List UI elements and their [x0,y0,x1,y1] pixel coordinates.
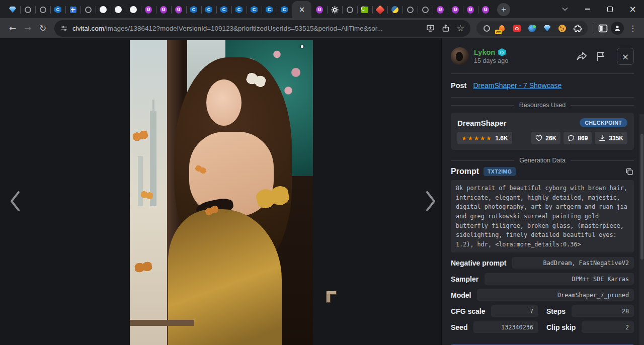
forward-button[interactable]: → [20,21,35,36]
user-avatar[interactable] [451,47,469,65]
address-bar[interactable]: civitai.com/images/1386412?modelVersionI… [54,20,470,37]
side-panel-icon[interactable] [598,24,608,33]
tab-globe[interactable] [35,1,50,18]
tab-globe[interactable] [418,1,433,18]
share-icon[interactable] [576,51,588,62]
prompt-text[interactable]: 8k portrait of beautiful cyborg with bro… [451,180,634,252]
tab-civitai[interactable] [231,1,247,18]
tab-python[interactable] [387,1,403,18]
tab-civitai[interactable] [50,1,65,18]
tab-udemy[interactable] [312,1,327,18]
likes-pill[interactable]: 26K [531,132,560,144]
tab-udemy[interactable] [141,1,156,18]
tab-nvidia[interactable] [357,1,372,18]
tab-search-chevron-icon[interactable] [553,0,576,18]
resource-card[interactable]: DreamShaper CHECKPOINT ★★★★★ 1.6K 26K [451,113,634,150]
tab-github[interactable] [126,1,141,18]
tab-settings[interactable] [327,1,342,18]
tab-globe[interactable] [80,1,96,18]
rating-pill[interactable]: ★★★★★ 1.6K [457,132,512,144]
url-text[interactable]: civitai.com/images/1386412?modelVersionI… [72,25,419,32]
image-options-menu-icon[interactable] [298,45,306,60]
tab-globe[interactable] [20,1,35,18]
cookie-extension-icon[interactable] [558,24,567,33]
browser-window: × + × ← → ↻ [0,0,644,345]
bookmark-star-icon[interactable]: ☆ [457,24,464,33]
minimize-button[interactable] [576,0,599,18]
nvidia-icon [361,6,369,14]
tab-udemy[interactable] [463,1,478,18]
tab-active-civitai-image[interactable]: × [292,1,311,18]
next-image-button[interactable] [420,189,442,213]
negative-prompt-value[interactable]: BadDream, FastNegativeV2 [512,257,634,269]
tab-udemy[interactable] [156,1,171,18]
tab-udemy[interactable] [433,1,448,18]
username-link[interactable]: Lykon [474,48,495,56]
resource-name[interactable]: DreamShaper [457,119,507,127]
onetab-extension-icon[interactable] [513,24,521,33]
comments-pill[interactable]: 869 [564,132,592,144]
tab-close-icon[interactable]: × [299,6,305,14]
browser-menu-icon[interactable]: ⋮ [627,24,639,33]
back-button[interactable]: ← [5,21,20,36]
sampler-value[interactable]: DPM++ SDE Karras [485,273,634,285]
tab-github[interactable] [111,1,126,18]
tab-gem[interactable] [5,1,20,18]
install-app-icon[interactable] [426,24,435,32]
new-tab-button[interactable]: + [497,3,510,16]
artwork-image[interactable] [130,40,313,345]
panel-scrollbar-thumb[interactable] [640,134,643,260]
tab-civitai[interactable] [201,1,216,18]
clip-skip-value[interactable]: 2 [582,321,634,333]
window-close-button[interactable]: × [621,0,644,18]
seed-clipskip-row: Seed 132340236 Clip skip 2 [451,321,634,333]
gem-extension-icon[interactable] [543,24,551,33]
tab-github[interactable] [96,1,111,18]
github-icon [114,6,122,14]
tab-civitai[interactable] [247,1,262,18]
udemy-icon [159,6,168,14]
post-row: Post DreamShaper - 7 Showcase [451,73,634,98]
panel-scrollbar[interactable] [639,114,644,345]
globe-extension-icon[interactable] [482,24,491,33]
tab-globe[interactable] [403,1,418,18]
tab-globe[interactable] [342,1,357,18]
seed-value[interactable]: 132340236 [473,321,538,333]
model-value[interactable]: DreamShaper_7_pruned [477,289,634,301]
site-info-icon[interactable] [60,25,68,32]
tab-civitai[interactable] [216,1,231,18]
post-link[interactable]: DreamShaper - 7 Showcase [473,81,561,90]
star-icons: ★★★★★ [461,135,492,141]
extensions-puzzle-icon[interactable] [573,24,582,33]
tab-git[interactable] [372,1,387,18]
tab-udemy[interactable] [478,1,493,18]
resource-type-badge: CHECKPOINT [580,118,627,127]
tab-store[interactable] [65,1,80,18]
tab-civitai[interactable] [186,1,201,18]
maximize-button[interactable] [599,0,621,18]
profile-avatar-icon[interactable] [611,22,624,35]
browser-toolbar: ← → ↻ civitai.com/images/1386412?modelVe… [0,18,644,38]
comment-icon [568,135,575,141]
copy-prompt-icon[interactable] [625,167,634,176]
tab-udemy[interactable] [448,1,463,18]
previous-image-button[interactable] [4,189,26,213]
fire-extension-icon[interactable]: off [498,24,506,33]
tab-civitai[interactable] [262,1,277,18]
civitai-icon [280,6,288,14]
tab-udemy[interactable] [171,1,186,18]
udemy-icon [175,6,183,14]
steps-value[interactable]: 28 [572,305,634,317]
tab-civitai[interactable] [277,1,292,18]
download-manager-extension-icon[interactable] [528,24,536,33]
gear-icon [331,6,339,14]
reload-button[interactable]: ↻ [35,21,50,36]
share-page-icon[interactable] [442,24,450,32]
civitai-icon [220,6,228,14]
civitai-icon [190,6,198,14]
heart-icon [535,135,542,141]
close-panel-button[interactable]: × [617,48,634,65]
cfg-scale-value[interactable]: 7 [491,305,538,317]
report-flag-icon[interactable] [596,51,606,62]
downloads-pill[interactable]: 335K [595,132,627,144]
